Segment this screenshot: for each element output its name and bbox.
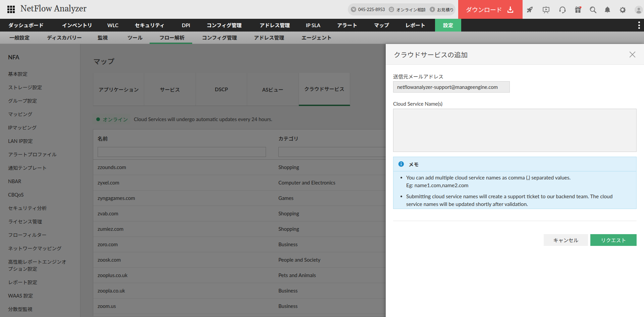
mainnav-item[interactable]: アドレス管理 — [260, 19, 290, 32]
mainnav-item[interactable]: マップ — [374, 19, 389, 32]
note-box: メモ You can add multiple cloud service na… — [393, 157, 637, 209]
topbar-presentation-button[interactable] — [542, 5, 550, 14]
download-button[interactable]: ダウンロード — [458, 0, 523, 19]
note-bullet: Submitting cloud service names will crea… — [406, 193, 630, 208]
email-label: 送信元メールアドレス — [393, 73, 637, 80]
mainnav-item-settings-active[interactable]: 設定 — [435, 19, 461, 32]
mainnav-item[interactable]: ダッシュボード — [8, 19, 44, 32]
online-chat-link[interactable]: オンライン相談 — [396, 6, 426, 13]
subnav-item[interactable]: 監視 — [98, 32, 108, 44]
topbar: NetFlow Analyzer 045-225-8953 オンライン相談 $お… — [0, 0, 644, 19]
close-icon — [629, 51, 636, 58]
quote-circle-icon: $ — [430, 7, 435, 12]
svg-text:$: $ — [432, 8, 433, 11]
contact-pill: 045-225-8953 オンライン相談 $お見積り — [348, 3, 455, 15]
phone-number: 045-225-8953 — [358, 7, 385, 12]
download-icon — [506, 5, 515, 14]
page-area: NFA 基本設定ストレージ設定グループ設定マッピングIPマッピングLAN IP設… — [0, 44, 644, 317]
mainnav-item[interactable]: アラート — [337, 19, 357, 32]
mainnav-item[interactable]: レポート — [405, 19, 425, 32]
email-field[interactable] — [393, 81, 510, 93]
note-title: メモ — [409, 161, 419, 168]
info-icon — [398, 161, 404, 167]
cloud-service-names-textarea[interactable] — [393, 109, 637, 152]
mainnav-item[interactable]: WLC — [107, 19, 118, 32]
cancel-button[interactable]: キャンセル — [544, 234, 588, 246]
footer-divider — [393, 221, 637, 221]
note-box-header: メモ — [393, 157, 636, 171]
presentation-icon — [542, 6, 550, 14]
topbar-search-button[interactable] — [589, 5, 597, 14]
names-label: Cloud Service Name(s) — [393, 101, 637, 107]
gear-icon — [619, 6, 627, 14]
chat-circle-icon — [389, 7, 394, 12]
dialog-footer: キャンセル リクエスト — [393, 234, 637, 246]
settings-subnav: 一般設定ディスカバリー監視ツールフロー解析コンフィグ管理アドレス管理エージェント — [0, 32, 644, 44]
dialog-header: クラウドサービスの追加 — [386, 44, 644, 65]
mainnav-item[interactable]: セキュリティ — [135, 19, 165, 32]
subnav-item[interactable]: アドレス管理 — [254, 32, 284, 44]
rocket-icon — [526, 6, 534, 14]
quote-link[interactable]: お見積り — [437, 6, 454, 13]
topbar-gift-button[interactable] — [574, 5, 582, 14]
dialog-close-button[interactable] — [629, 51, 636, 58]
topbar-bell-button[interactable] — [603, 5, 612, 14]
subnav-item[interactable]: ディスカバリー — [47, 32, 82, 44]
subnav-item[interactable]: ツール — [127, 32, 143, 44]
main-navigation: ダッシュボードインベントリWLCセキュリティDPIコンフィグ管理アドレス管理IP… — [0, 19, 644, 32]
request-button[interactable]: リクエスト — [590, 234, 637, 246]
subnav-item[interactable]: コンフィグ管理 — [202, 32, 237, 44]
bell-icon — [603, 6, 611, 14]
mainnav-item[interactable]: IP SLA — [306, 19, 320, 32]
product-title: NetFlow Analyzer — [20, 4, 87, 14]
subnav-item[interactable]: フロー解析 — [159, 32, 184, 44]
search-icon — [589, 6, 597, 14]
subnav-item[interactable]: 一般設定 — [9, 32, 30, 44]
mainnav-item[interactable]: DPI — [182, 19, 190, 32]
kebab-menu-icon[interactable] — [637, 21, 641, 29]
note-bullet-list: You can add multiple cloud service names… — [406, 171, 636, 209]
mainnav-item[interactable]: インベントリ — [62, 19, 92, 32]
topbar-avatar-button[interactable] — [634, 5, 643, 14]
gift-icon — [574, 6, 582, 14]
topbar-gear-button[interactable] — [618, 5, 627, 14]
avatar-icon — [635, 6, 643, 14]
topbar-rocket-button[interactable] — [525, 5, 534, 14]
topbar-headset-button[interactable] — [558, 5, 567, 14]
subnav-item[interactable]: エージェント — [302, 32, 332, 44]
add-cloud-service-dialog: クラウドサービスの追加 送信元メールアドレス Cloud Service Nam… — [386, 44, 644, 317]
dialog-body: 送信元メールアドレス Cloud Service Name(s) メモ You … — [393, 65, 637, 246]
app-grid-icon[interactable] — [7, 6, 15, 13]
dialog-title: クラウドサービスの追加 — [394, 50, 468, 59]
note-bullet: You can add multiple cloud service names… — [406, 174, 630, 189]
headset-icon — [558, 6, 567, 14]
mainnav-item[interactable]: コンフィグ管理 — [207, 19, 241, 32]
phone-circle-icon — [351, 7, 356, 12]
